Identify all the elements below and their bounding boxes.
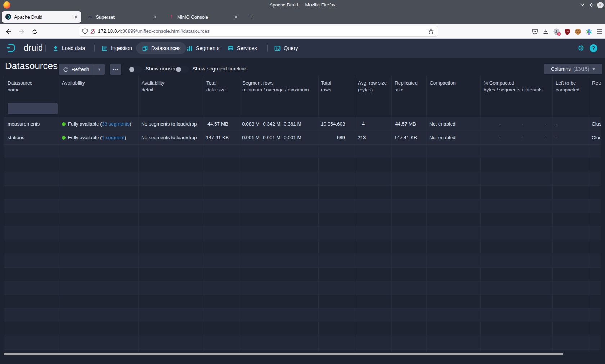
pocket-icon[interactable] xyxy=(529,27,540,37)
empty-cell xyxy=(4,186,59,199)
tab-close-icon[interactable]: ✕ xyxy=(148,15,156,19)
empty-cell xyxy=(392,350,427,352)
horizontal-scrollbar[interactable] xyxy=(4,353,563,355)
tab-title: MinIO Console xyxy=(177,14,208,20)
column-header-availability[interactable]: Availability xyxy=(59,76,139,100)
show-segment-timeline-toggle[interactable] xyxy=(175,66,189,73)
close-icon: ✕ xyxy=(597,2,604,8)
empty-cell xyxy=(427,199,481,213)
cell-name: stations xyxy=(4,131,59,144)
empty-cell xyxy=(59,295,139,308)
menu-hamburger-icon[interactable] xyxy=(594,27,605,37)
nav-item-label: Services xyxy=(237,45,257,51)
empty-cell xyxy=(139,268,203,281)
downloads-icon[interactable] xyxy=(540,27,551,37)
column-header-leftToCompact[interactable]: Left to becompacted xyxy=(553,76,589,100)
url-text: 172.18.0.4:30899/unified-console.html#da… xyxy=(98,28,210,34)
columns-button[interactable]: Columns (13/15) ▼ xyxy=(544,64,602,74)
column-header-totalRows[interactable]: Totalrows xyxy=(319,76,355,100)
columns-count: (13/15) xyxy=(573,66,589,72)
back-button[interactable] xyxy=(4,27,14,37)
column-header-name[interactable]: Datasourcename xyxy=(4,76,59,100)
segments-link[interactable]: 33 segments xyxy=(102,121,130,127)
show-unused-label: Show unused xyxy=(145,66,177,72)
empty-cell xyxy=(4,145,59,158)
cell-totalRows: 689 xyxy=(319,131,355,144)
cookie-icon[interactable] xyxy=(573,27,583,37)
extension-asterisk-icon[interactable] xyxy=(583,27,594,37)
empty-cell xyxy=(427,227,481,240)
column-header-retention[interactable]: Rete xyxy=(589,76,601,100)
datasource-name-filter-input[interactable] xyxy=(8,103,58,114)
column-header-totalSize[interactable]: Totaldata size xyxy=(203,76,239,100)
nav-divider xyxy=(267,45,268,51)
forward-button[interactable] xyxy=(17,27,27,37)
tracking-shield-icon[interactable] xyxy=(82,28,88,34)
empty-cell xyxy=(392,213,427,226)
druid-brand-text: druid xyxy=(24,43,43,53)
insecure-lock-icon[interactable] xyxy=(90,28,95,34)
help-icon[interactable]: ? xyxy=(590,44,597,52)
nav-load-data[interactable]: Load data xyxy=(53,39,85,58)
account-extension-icon[interactable]: ✕ xyxy=(551,27,562,37)
nav-item-label: Load data xyxy=(62,45,85,51)
refresh-dropdown-button[interactable]: ▼ xyxy=(94,64,105,75)
tab-apache-druid[interactable]: Apache Druid ✕ xyxy=(2,11,81,23)
badge-x-icon: ✕ xyxy=(557,32,561,36)
new-tab-button[interactable]: + xyxy=(247,13,255,21)
table-row-measurements[interactable]: measurementsFully available (33 segments… xyxy=(4,117,601,131)
empty-cell xyxy=(392,227,427,240)
ublock-icon[interactable]: UO xyxy=(562,27,573,37)
window-maximize-button[interactable] xyxy=(588,1,596,9)
refresh-button[interactable]: Refresh xyxy=(59,64,94,75)
toggle-knob xyxy=(129,67,134,72)
datasources-icon xyxy=(142,45,148,51)
cell-availability: Fully available (1 segment) xyxy=(59,131,139,144)
empty-cell xyxy=(239,199,319,213)
filter-cell xyxy=(392,100,427,117)
empty-cell xyxy=(355,186,392,199)
empty-cell xyxy=(481,158,553,172)
filter-cell xyxy=(427,100,481,117)
empty-cell xyxy=(427,295,481,308)
url-bar[interactable]: 172.18.0.4:30899/unified-console.html#da… xyxy=(79,26,438,37)
window-minimize-button[interactable] xyxy=(578,1,586,9)
bookmark-star-icon[interactable] xyxy=(428,28,434,34)
segments-link[interactable]: 1 segment xyxy=(102,135,125,140)
empty-cell xyxy=(4,350,59,352)
reload-button[interactable] xyxy=(30,27,40,37)
empty-row xyxy=(4,158,601,172)
empty-cell xyxy=(481,186,553,199)
empty-cell xyxy=(355,240,392,254)
empty-cell xyxy=(355,158,392,172)
nav-query[interactable]: Query xyxy=(274,39,298,58)
cell-leftToCompact: - xyxy=(553,117,589,131)
column-header-pctCompacted[interactable]: % Compactedbytes / segments / intervals xyxy=(481,76,553,100)
tab-close-icon[interactable]: ✕ xyxy=(229,15,238,19)
availability-dot-icon xyxy=(62,136,66,140)
empty-cell xyxy=(203,158,239,172)
empty-cell xyxy=(553,268,589,281)
druid-logo[interactable]: druid xyxy=(6,43,43,53)
window-close-button[interactable]: ✕ xyxy=(596,1,604,9)
column-header-compaction[interactable]: Compaction xyxy=(427,76,481,100)
column-header-segmentRows[interactable]: Segment rowsminimum / average / maximum xyxy=(239,76,319,100)
tab-minio-console[interactable]: MinIO Console ✕ xyxy=(165,11,241,23)
empty-row xyxy=(4,309,601,322)
nav-datasources[interactable]: Datasources xyxy=(136,42,186,54)
tab-close-icon[interactable]: ✕ xyxy=(69,15,77,19)
filter-cell xyxy=(481,100,553,117)
column-header-detail[interactable]: Availabilitydetail xyxy=(139,76,203,100)
nav-ingestion[interactable]: Ingestion xyxy=(102,39,132,58)
more-actions-button[interactable]: ••• xyxy=(110,64,121,75)
column-header-avgRowSize[interactable]: Avg. row size(bytes) xyxy=(355,76,392,100)
settings-gear-icon[interactable]: ⚙ xyxy=(578,44,584,53)
tab-superset[interactable]: ∞ Superset ✕ xyxy=(84,11,160,23)
nav-segments[interactable]: Segments xyxy=(187,39,219,58)
cell-compaction: Not enabled xyxy=(427,131,481,144)
nav-services[interactable]: Services xyxy=(228,39,257,58)
column-header-replicatedSize[interactable]: Replicatedsize xyxy=(392,76,427,100)
table-row-stations[interactable]: stationsFully available (1 segment)No se… xyxy=(4,131,601,145)
cell-pctCompacted: --- xyxy=(481,117,553,131)
show-unused-toggle[interactable] xyxy=(129,66,142,73)
